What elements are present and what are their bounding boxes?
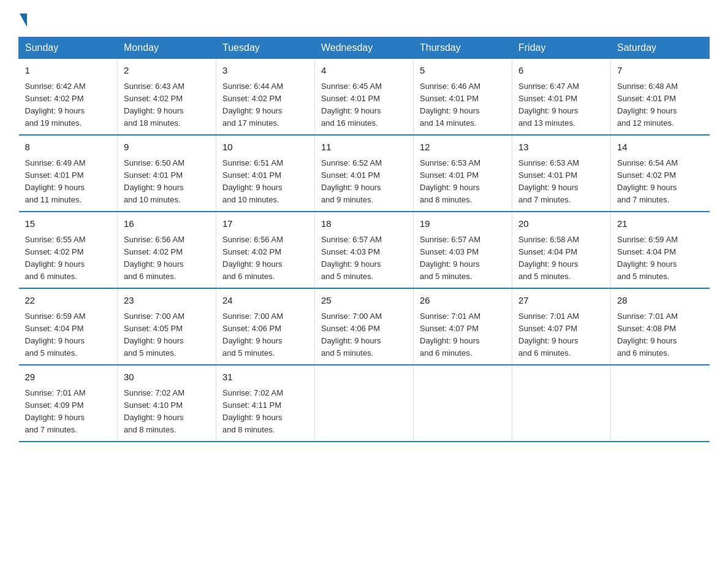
day-number: 21 <box>617 217 703 231</box>
day-number: 9 <box>124 140 210 155</box>
day-info: Sunrise: 6:53 AMSunset: 4:01 PMDaylight:… <box>420 157 506 207</box>
day-number: 8 <box>25 140 112 155</box>
table-row: 1Sunrise: 6:42 AMSunset: 4:02 PMDaylight… <box>19 59 118 136</box>
table-row: 3Sunrise: 6:44 AMSunset: 4:02 PMDaylight… <box>216 59 315 136</box>
table-row: 19Sunrise: 6:57 AMSunset: 4:03 PMDayligh… <box>414 212 512 288</box>
day-number: 14 <box>617 140 703 155</box>
day-number: 30 <box>124 370 210 385</box>
day-number: 1 <box>25 64 112 78</box>
table-row: 26Sunrise: 7:01 AMSunset: 4:07 PMDayligh… <box>414 288 512 365</box>
table-row: 2Sunrise: 6:43 AMSunset: 4:02 PMDaylight… <box>118 59 216 136</box>
day-info: Sunrise: 7:00 AMSunset: 4:06 PMDaylight:… <box>321 310 407 360</box>
day-info: Sunrise: 6:47 AMSunset: 4:01 PMDaylight:… <box>518 80 604 130</box>
day-number: 28 <box>617 294 703 308</box>
table-row: 25Sunrise: 7:00 AMSunset: 4:06 PMDayligh… <box>315 288 414 365</box>
day-info: Sunrise: 6:53 AMSunset: 4:01 PMDaylight:… <box>518 157 604 207</box>
day-number: 6 <box>518 64 604 78</box>
header-saturday: Saturday <box>611 37 710 59</box>
day-info: Sunrise: 6:51 AMSunset: 4:01 PMDaylight:… <box>222 157 308 207</box>
table-row: 7Sunrise: 6:48 AMSunset: 4:01 PMDaylight… <box>611 59 710 136</box>
table-row: 20Sunrise: 6:58 AMSunset: 4:04 PMDayligh… <box>512 212 611 288</box>
table-row: 10Sunrise: 6:51 AMSunset: 4:01 PMDayligh… <box>216 135 315 212</box>
day-info: Sunrise: 6:56 AMSunset: 4:02 PMDaylight:… <box>222 234 308 283</box>
day-number: 23 <box>124 294 210 308</box>
day-number: 27 <box>518 294 604 308</box>
day-number: 3 <box>222 64 308 78</box>
day-info: Sunrise: 6:57 AMSunset: 4:03 PMDaylight:… <box>420 234 506 283</box>
table-row: 28Sunrise: 7:01 AMSunset: 4:08 PMDayligh… <box>611 288 710 365</box>
day-info: Sunrise: 6:55 AMSunset: 4:02 PMDaylight:… <box>25 234 112 283</box>
day-number: 20 <box>518 217 604 231</box>
day-number: 22 <box>25 294 112 308</box>
table-row: 18Sunrise: 6:57 AMSunset: 4:03 PMDayligh… <box>315 212 414 288</box>
day-info: Sunrise: 7:01 AMSunset: 4:07 PMDaylight:… <box>420 310 506 360</box>
day-info: Sunrise: 6:43 AMSunset: 4:02 PMDaylight:… <box>124 80 210 130</box>
table-row: 5Sunrise: 6:46 AMSunset: 4:01 PMDaylight… <box>414 59 512 136</box>
table-row: 22Sunrise: 6:59 AMSunset: 4:04 PMDayligh… <box>19 288 118 365</box>
calendar-week-row: 29Sunrise: 7:01 AMSunset: 4:09 PMDayligh… <box>19 365 710 442</box>
day-number: 29 <box>25 370 112 385</box>
table-row: 14Sunrise: 6:54 AMSunset: 4:02 PMDayligh… <box>611 135 710 212</box>
day-number: 26 <box>420 294 506 308</box>
day-info: Sunrise: 7:02 AMSunset: 4:10 PMDaylight:… <box>124 387 210 437</box>
table-row: 31Sunrise: 7:02 AMSunset: 4:11 PMDayligh… <box>216 365 315 442</box>
table-row: 9Sunrise: 6:50 AMSunset: 4:01 PMDaylight… <box>118 135 216 212</box>
table-row <box>611 365 710 442</box>
table-row <box>414 365 512 442</box>
day-number: 24 <box>222 294 308 308</box>
day-info: Sunrise: 6:44 AMSunset: 4:02 PMDaylight:… <box>222 80 308 130</box>
day-number: 19 <box>420 217 506 231</box>
day-number: 15 <box>25 217 112 231</box>
day-number: 25 <box>321 294 407 308</box>
table-row: 21Sunrise: 6:59 AMSunset: 4:04 PMDayligh… <box>611 212 710 288</box>
table-row: 24Sunrise: 7:00 AMSunset: 4:06 PMDayligh… <box>216 288 315 365</box>
table-row: 29Sunrise: 7:01 AMSunset: 4:09 PMDayligh… <box>19 365 118 442</box>
day-info: Sunrise: 6:58 AMSunset: 4:04 PMDaylight:… <box>518 234 604 283</box>
table-row <box>315 365 414 442</box>
day-info: Sunrise: 7:01 AMSunset: 4:08 PMDaylight:… <box>617 310 703 360</box>
table-row: 17Sunrise: 6:56 AMSunset: 4:02 PMDayligh… <box>216 212 315 288</box>
day-info: Sunrise: 7:02 AMSunset: 4:11 PMDaylight:… <box>222 387 308 437</box>
header-thursday: Thursday <box>414 37 512 59</box>
header-sunday: Sunday <box>19 37 118 59</box>
day-info: Sunrise: 6:52 AMSunset: 4:01 PMDaylight:… <box>321 157 407 207</box>
calendar-header-row: Sunday Monday Tuesday Wednesday Thursday… <box>19 37 710 59</box>
page-header <box>18 12 710 25</box>
table-row <box>512 365 611 442</box>
table-row: 12Sunrise: 6:53 AMSunset: 4:01 PMDayligh… <box>414 135 512 212</box>
table-row: 23Sunrise: 7:00 AMSunset: 4:05 PMDayligh… <box>118 288 216 365</box>
day-info: Sunrise: 6:49 AMSunset: 4:01 PMDaylight:… <box>25 157 112 207</box>
day-number: 11 <box>321 140 407 155</box>
day-number: 2 <box>124 64 210 78</box>
header-monday: Monday <box>118 37 216 59</box>
header-tuesday: Tuesday <box>216 37 315 59</box>
table-row: 13Sunrise: 6:53 AMSunset: 4:01 PMDayligh… <box>512 135 611 212</box>
day-info: Sunrise: 6:57 AMSunset: 4:03 PMDaylight:… <box>321 234 407 283</box>
day-info: Sunrise: 7:01 AMSunset: 4:09 PMDaylight:… <box>25 387 112 437</box>
table-row: 11Sunrise: 6:52 AMSunset: 4:01 PMDayligh… <box>315 135 414 212</box>
table-row: 6Sunrise: 6:47 AMSunset: 4:01 PMDaylight… <box>512 59 611 136</box>
day-number: 12 <box>420 140 506 155</box>
day-info: Sunrise: 6:42 AMSunset: 4:02 PMDaylight:… <box>25 80 112 130</box>
table-row: 15Sunrise: 6:55 AMSunset: 4:02 PMDayligh… <box>19 212 118 288</box>
table-row: 16Sunrise: 6:56 AMSunset: 4:02 PMDayligh… <box>118 212 216 288</box>
calendar-week-row: 1Sunrise: 6:42 AMSunset: 4:02 PMDaylight… <box>19 59 710 136</box>
day-number: 10 <box>222 140 308 155</box>
header-wednesday: Wednesday <box>315 37 414 59</box>
day-info: Sunrise: 6:46 AMSunset: 4:01 PMDaylight:… <box>420 80 506 130</box>
day-info: Sunrise: 6:45 AMSunset: 4:01 PMDaylight:… <box>321 80 407 130</box>
day-info: Sunrise: 7:00 AMSunset: 4:05 PMDaylight:… <box>124 310 210 360</box>
day-number: 18 <box>321 217 407 231</box>
table-row: 27Sunrise: 7:01 AMSunset: 4:07 PMDayligh… <box>512 288 611 365</box>
day-info: Sunrise: 6:56 AMSunset: 4:02 PMDaylight:… <box>124 234 210 283</box>
day-info: Sunrise: 6:48 AMSunset: 4:01 PMDaylight:… <box>617 80 703 130</box>
day-number: 16 <box>124 217 210 231</box>
logo-arrow-icon <box>20 13 27 27</box>
day-info: Sunrise: 6:54 AMSunset: 4:02 PMDaylight:… <box>617 157 703 207</box>
day-info: Sunrise: 7:01 AMSunset: 4:07 PMDaylight:… <box>518 310 604 360</box>
day-number: 7 <box>617 64 703 78</box>
day-number: 17 <box>222 217 308 231</box>
calendar-table: Sunday Monday Tuesday Wednesday Thursday… <box>18 37 710 442</box>
day-info: Sunrise: 6:59 AMSunset: 4:04 PMDaylight:… <box>25 310 112 360</box>
table-row: 30Sunrise: 7:02 AMSunset: 4:10 PMDayligh… <box>118 365 216 442</box>
